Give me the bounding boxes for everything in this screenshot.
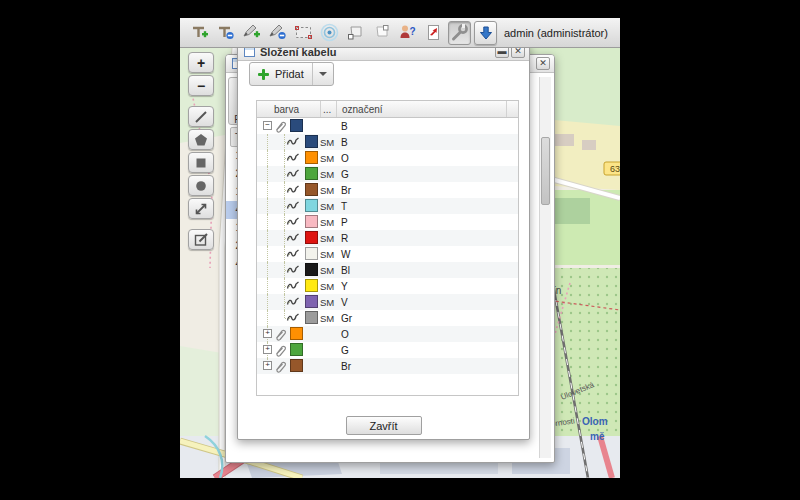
pentagon-icon [194,133,208,147]
remove-point-button[interactable] [214,21,237,45]
tree-expand-toggle[interactable]: + [263,361,272,370]
add-dropdown-arrow[interactable] [312,63,333,85]
tree-line [267,246,268,262]
draw-polygon-button[interactable] [188,129,214,150]
tree-cell [257,294,320,310]
user-info-button[interactable]: ? [396,21,419,45]
add-split-button[interactable]: Přidat [249,62,334,86]
fiber-icon [286,199,300,215]
fiber-row[interactable]: SMBr [257,182,518,198]
background-dialog-close-button[interactable]: ✕ [536,57,550,70]
fiber-row[interactable]: SMG [257,166,518,182]
fiber-row[interactable]: SMW [257,246,518,262]
fiber-icon [286,279,300,295]
square-icon [194,156,208,170]
tree-expand-toggle[interactable]: + [263,345,272,354]
cable-row[interactable]: +G [257,342,518,358]
cable-icon [273,327,287,343]
fiber-row[interactable]: SMP [257,214,518,230]
tree-cell [257,134,320,150]
signal-button[interactable] [318,21,341,45]
edit-button[interactable] [188,229,214,250]
tree-cell [257,214,320,230]
column-header-color[interactable]: barva [257,101,320,117]
zoom-in-button[interactable]: + [188,52,214,73]
tree-cell: + [257,358,320,374]
tree-cell [257,166,320,182]
cable-row[interactable]: +O [257,326,518,342]
pin-plus-icon [190,23,209,42]
plus-icon [257,68,270,81]
fiber-row[interactable]: SMB [257,134,518,150]
select-region-button[interactable] [292,21,315,45]
fiber-row[interactable]: SMV [257,294,518,310]
mode-cell: SM [320,265,336,276]
remove-cable-button[interactable] [266,21,289,45]
cable-tree-table: barva ... označení −BSMBSMOSMGSMBrSMTSMP… [256,100,519,396]
color-swatch [305,231,318,244]
designation-cell: G [336,345,518,356]
fiber-row[interactable]: SMY [257,278,518,294]
fiber-row[interactable]: SMBl [257,262,518,278]
designation-cell: Br [336,361,518,372]
tree-expand-toggle[interactable]: + [263,329,272,338]
color-swatch [305,135,318,148]
designation-cell: G [336,169,518,180]
fiber-icon [286,311,300,327]
designation-cell: O [336,329,518,340]
wrench-icon [450,23,469,42]
tree-collapse-toggle[interactable]: − [263,121,272,130]
tree-line [267,166,268,182]
color-swatch [305,183,318,196]
measure-path-button[interactable] [344,21,367,45]
export-pdf-button[interactable] [422,21,445,45]
mode-cell: SM [320,137,336,148]
fiber-icon [286,247,300,263]
antenna-icon [320,23,339,42]
map-place-label-2: mě [590,431,605,442]
fiber-row[interactable]: SMT [257,198,518,214]
designation-cell: B [336,137,518,148]
add-point-button[interactable] [188,21,211,45]
draw-rectangle-button[interactable] [188,152,214,173]
tree-cell [257,246,320,262]
designation-cell: Br [336,185,518,196]
cable-composition-dialog: Složení kabelu ▬ ✕ Přidat barva ... ozna… [237,42,530,440]
color-swatch [305,215,318,228]
column-header-designation[interactable]: označení [336,101,506,117]
cable-row[interactable]: −B [257,118,518,134]
fiber-row[interactable]: SMR [257,230,518,246]
tree-cell [257,198,320,214]
zoom-out-button[interactable]: − [188,75,214,96]
color-swatch [290,343,303,356]
add-cable-button[interactable] [240,21,263,45]
mode-cell: SM [320,313,336,324]
svg-text:63: 63 [610,164,620,174]
color-swatch [305,311,318,324]
tree-cell [257,230,320,246]
measure-area-button[interactable] [370,21,393,45]
close-dialog-button[interactable]: Zavřít [346,416,422,435]
app-window: čín 63 Ulovetská Svornosti Olom mě ? adm… [180,18,620,478]
column-header-middle[interactable]: ... [320,101,336,117]
color-swatch [290,119,303,132]
add-button-label: Přidat [275,68,304,80]
tools-button[interactable] [448,21,471,45]
download-button[interactable] [474,21,497,45]
draw-line-button[interactable] [188,106,214,127]
fiber-row[interactable]: SMO [257,150,518,166]
designation-cell: R [336,233,518,244]
scrollbar-thumb[interactable] [541,137,550,205]
fiber-row[interactable]: SMGr [257,310,518,326]
designation-cell: W [336,249,518,260]
fiber-icon [286,263,300,279]
pencil-plus-icon [242,23,261,42]
line-icon [194,110,208,124]
cable-row[interactable]: +Br [257,358,518,374]
background-dialog-scrollbar[interactable] [539,77,551,458]
draw-circle-button[interactable] [188,175,214,196]
measure-distance-button[interactable] [188,198,214,219]
color-swatch [305,151,318,164]
column-header-gutter [506,101,518,117]
tree-line [267,182,268,198]
